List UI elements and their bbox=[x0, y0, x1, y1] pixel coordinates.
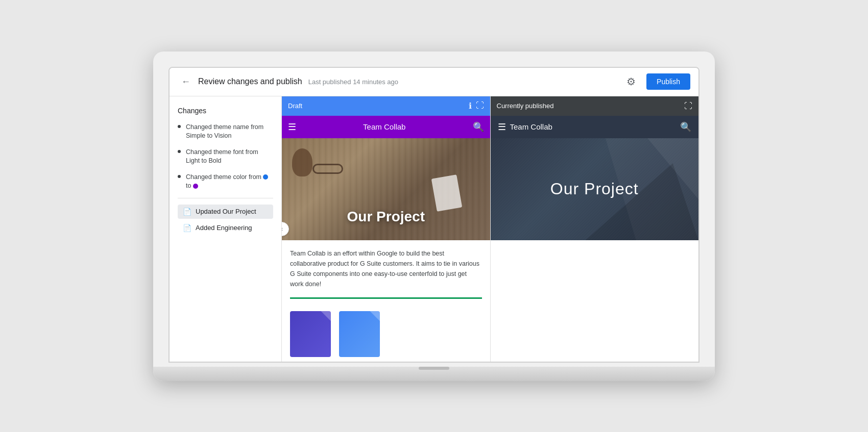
publish-button[interactable]: Publish bbox=[646, 73, 690, 90]
published-panel-header: Currently published ⛶ bbox=[491, 96, 699, 116]
menu-icon[interactable]: ☰ bbox=[498, 121, 506, 133]
card-fold-2 bbox=[370, 311, 380, 321]
draft-panel-header: Draft ℹ ⛶ bbox=[282, 96, 490, 116]
to-color-dot bbox=[193, 184, 198, 189]
header-actions: ⚙ Publish bbox=[622, 72, 690, 91]
laptop-base bbox=[153, 367, 715, 381]
from-color-dot bbox=[263, 174, 268, 180]
page-item-label: Added Engineering bbox=[196, 224, 252, 232]
published-hero: Our Project bbox=[491, 138, 699, 240]
draft-panel: ‹ Draft ℹ ⛶ ☰ Team Collab 🔍 bbox=[282, 96, 490, 362]
draft-nav: ☰ Team Collab 🔍 bbox=[282, 116, 490, 138]
bullet-icon bbox=[178, 125, 181, 128]
glasses-decoration bbox=[312, 164, 343, 174]
draft-nav-title: Team Collab bbox=[296, 122, 473, 131]
change-item-theme-font: Changed theme font from Light to Bold bbox=[178, 148, 273, 166]
header-subtitle: Last published 14 minutes ago bbox=[308, 78, 398, 86]
published-panel: Currently published ⛶ ☰ Team Collab 🔍 bbox=[490, 96, 699, 362]
draft-cards bbox=[290, 307, 482, 361]
preview-area: ‹ Draft ℹ ⛶ ☰ Team Collab 🔍 bbox=[282, 96, 698, 362]
laptop-notch bbox=[419, 367, 449, 370]
card-fold-1 bbox=[321, 311, 331, 321]
draft-body-text: Team Collab is an effort within Google t… bbox=[290, 248, 482, 289]
draft-hero-title: Our Project bbox=[282, 209, 490, 225]
draft-card-2 bbox=[339, 311, 380, 357]
published-label: Currently published bbox=[497, 102, 554, 110]
changes-divider bbox=[178, 198, 273, 198]
published-content[interactable]: ☰ Team Collab 🔍 bbox=[491, 116, 699, 362]
main-content: Changes Changed theme name from Simple t… bbox=[170, 96, 698, 362]
page-icon: 📄 bbox=[183, 208, 191, 216]
draft-label: Draft bbox=[288, 102, 302, 110]
page-item-label: Updated Our Project bbox=[196, 208, 256, 215]
draft-header-actions: ℹ ⛶ bbox=[469, 101, 484, 111]
changes-title: Changes bbox=[178, 107, 273, 115]
published-nav-title: Team Collab bbox=[510, 122, 681, 131]
page-item-engineering[interactable]: 📄 Added Engineering bbox=[178, 221, 273, 235]
bullet-icon bbox=[178, 175, 181, 178]
published-nav: ☰ Team Collab 🔍 bbox=[491, 116, 699, 138]
published-header-actions: ⛶ bbox=[684, 101, 692, 111]
draft-hero-bg bbox=[282, 138, 490, 240]
page-item-our-project[interactable]: 📄 Updated Our Project bbox=[178, 205, 273, 219]
draft-body: Team Collab is an effort within Google t… bbox=[282, 240, 490, 362]
expand-icon[interactable]: ⛶ bbox=[476, 101, 484, 111]
laptop-frame: ← Review changes and publish Last publis… bbox=[153, 52, 715, 381]
settings-icon[interactable]: ⚙ bbox=[622, 72, 640, 91]
published-hero-title: Our Project bbox=[550, 180, 639, 198]
draft-content[interactable]: ☰ Team Collab 🔍 bbox=[282, 116, 490, 362]
header-bar: ← Review changes and publish Last publis… bbox=[170, 68, 698, 96]
page-title: Review changes and publish bbox=[198, 77, 302, 86]
draft-hero: Our Project bbox=[282, 138, 490, 240]
paper-decoration bbox=[431, 174, 462, 212]
search-icon[interactable]: 🔍 bbox=[473, 121, 484, 133]
bullet-icon bbox=[178, 150, 181, 153]
change-item-theme-name: Changed theme name from Simple to Vision bbox=[178, 123, 273, 141]
info-icon[interactable]: ℹ bbox=[469, 101, 472, 111]
pinecone-decoration bbox=[292, 148, 312, 176]
draft-divider bbox=[290, 297, 482, 299]
back-button[interactable]: ← bbox=[178, 73, 194, 90]
draft-card-1 bbox=[290, 311, 331, 357]
page-icon: 📄 bbox=[183, 224, 191, 232]
menu-icon[interactable]: ☰ bbox=[288, 121, 296, 133]
changes-panel: Changes Changed theme name from Simple t… bbox=[170, 96, 282, 362]
search-icon[interactable]: 🔍 bbox=[680, 121, 691, 133]
change-item-theme-color: Changed theme color from to bbox=[178, 173, 273, 191]
expand-icon[interactable]: ⛶ bbox=[684, 101, 692, 111]
laptop-screen: ← Review changes and publish Last publis… bbox=[168, 67, 700, 363]
